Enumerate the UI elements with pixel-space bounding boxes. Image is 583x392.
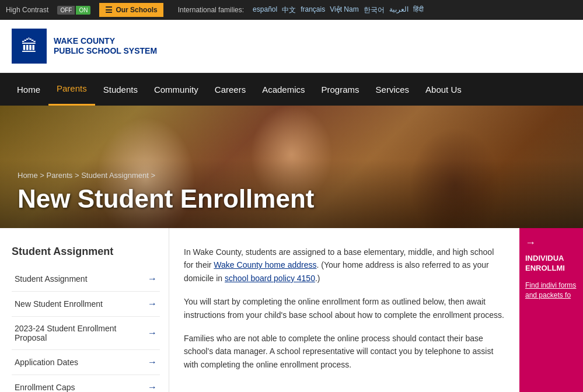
sidebar-item-enrollment-caps[interactable]: Enrollment Caps → [12, 375, 160, 392]
lang-arabic[interactable]: العربية [389, 5, 409, 15]
logo-icon: 🏛 [21, 37, 37, 56]
sidebar-item-application-dates[interactable]: Application Dates → [12, 350, 160, 375]
right-promo: → INDIVIDUAENROLLMI Find indivi forms an… [519, 228, 583, 392]
policy-link[interactable]: school board policy 4150 [225, 274, 315, 283]
sidebar-item-label: Enrollment Caps [15, 383, 75, 392]
sidebar-item-label: New Student Enrollment [15, 299, 103, 309]
nav-services[interactable]: Services [368, 74, 418, 105]
lang-korean[interactable]: 한국어 [364, 5, 385, 15]
language-links: español 中文 français Việt Nam 한국어 العربية… [253, 5, 424, 15]
nav-parents[interactable]: Parents [48, 73, 95, 106]
breadcrumb-home[interactable]: Home [18, 171, 38, 180]
breadcrumb-student-assignment[interactable]: Student Assignment [81, 171, 149, 180]
lang-chinese[interactable]: 中文 [282, 5, 296, 15]
nav-about[interactable]: About Us [417, 74, 470, 105]
intl-families-label: International families: [178, 6, 244, 14]
nav-programs[interactable]: Programs [313, 74, 368, 105]
paragraph-3: Families who are not able to complete th… [184, 332, 505, 371]
breadcrumb-parents[interactable]: Parents [47, 171, 73, 180]
our-schools-label: Our Schools [116, 6, 157, 14]
top-bar: High Contrast OFF ON ☰ Our Schools Inter… [0, 0, 583, 20]
content-area: Student Assignment Student Assignment → … [0, 228, 583, 392]
home-address-link[interactable]: Wake County home address [214, 260, 316, 270]
hero-overlay: Home > Parents > Student Assignment > Ne… [0, 159, 583, 228]
sidebar-item-student-assignment[interactable]: Student Assignment → [12, 267, 160, 292]
promo-link[interactable]: Find indivi forms and packets fo [525, 281, 577, 300]
sidebar-item-label: 2023-24 Student Enrollment Proposal [15, 324, 148, 342]
sidebar-item-enrollment-proposal[interactable]: 2023-24 Student Enrollment Proposal → [12, 317, 160, 350]
arrow-icon: → [148, 382, 157, 392]
main-nav: Home Parents Students Community Careers … [0, 73, 583, 106]
sidebar-title: Student Assignment [12, 246, 160, 258]
page-title: New Student Enrollment [18, 184, 565, 214]
breadcrumb-sep1: > [40, 171, 46, 180]
arrow-icon: → [148, 274, 157, 284]
breadcrumb-sep3: > [151, 171, 155, 180]
lang-espanol[interactable]: español [253, 5, 277, 15]
paragraph-1: In Wake County, students are assigned to… [184, 246, 505, 285]
promo-title: INDIVIDUAENROLLMI [525, 254, 565, 274]
logo-bar: 🏛 WAKE COUNTY PUBLIC SCHOOL SYSTEM [0, 20, 583, 73]
sidebar-item-label: Application Dates [15, 358, 78, 367]
sidebar-item-label: Student Assignment [15, 274, 88, 284]
toggle-off[interactable]: OFF [57, 6, 75, 15]
hamburger-icon: ☰ [105, 5, 113, 15]
paragraph-2: You will start by completing the online … [184, 295, 505, 321]
breadcrumb: Home > Parents > Student Assignment > [18, 171, 565, 180]
arrow-icon: → [148, 357, 157, 368]
high-contrast-toggle[interactable]: OFF ON [57, 6, 90, 15]
nav-home[interactable]: Home [9, 74, 48, 105]
our-schools-button[interactable]: ☰ Our Schools [99, 3, 163, 17]
hero-banner: Home > Parents > Student Assignment > Ne… [0, 106, 583, 228]
lang-hindi[interactable]: हिंदी [413, 5, 424, 15]
promo-arrow-icon: → [525, 237, 536, 249]
main-content: In Wake County, students are assigned to… [169, 228, 519, 392]
sidebar: Student Assignment Student Assignment → … [0, 228, 169, 392]
lang-francais[interactable]: français [301, 5, 325, 15]
lang-vietnam[interactable]: Việt Nam [330, 5, 358, 15]
logo-line2: PUBLIC SCHOOL SYSTEM [54, 46, 157, 56]
nav-students[interactable]: Students [95, 74, 146, 105]
arrow-icon: → [148, 299, 157, 309]
breadcrumb-sep2: > [75, 171, 81, 180]
sidebar-item-new-enrollment[interactable]: New Student Enrollment → [12, 292, 160, 317]
logo-box: 🏛 [12, 29, 47, 64]
logo-line1: WAKE COUNTY [54, 36, 157, 46]
high-contrast-label: High Contrast [6, 6, 48, 14]
toggle-on[interactable]: ON [76, 6, 90, 15]
logo-text: WAKE COUNTY PUBLIC SCHOOL SYSTEM [54, 36, 157, 56]
nav-community[interactable]: Community [146, 74, 207, 105]
nav-academics[interactable]: Academics [254, 74, 313, 105]
arrow-icon: → [148, 328, 157, 338]
nav-careers[interactable]: Careers [207, 74, 254, 105]
